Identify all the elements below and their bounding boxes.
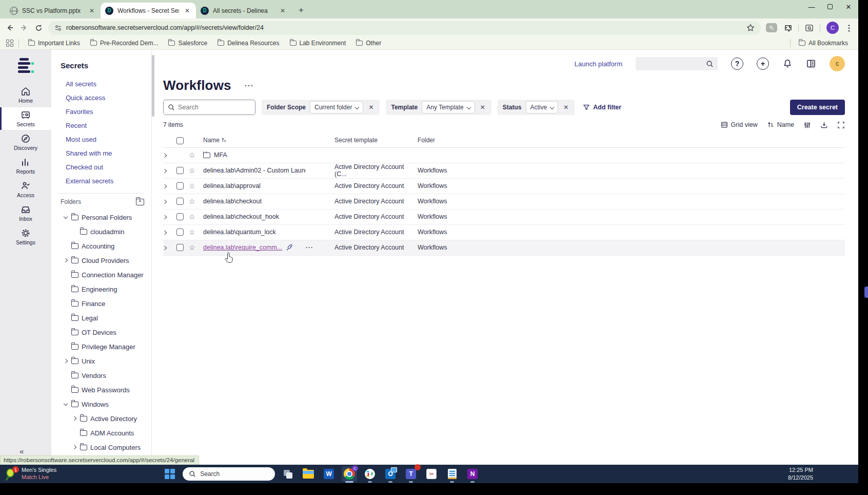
tab-ssc-vs-platform[interactable]: SSC vs Platform.pptx ✕ xyxy=(5,3,101,18)
delinea-logo-icon[interactable] xyxy=(17,58,34,74)
panel-link-all-secrets[interactable]: All secrets xyxy=(51,77,151,91)
global-search-box[interactable] xyxy=(636,57,718,70)
sort-ascending-icon[interactable] xyxy=(221,137,227,143)
sidebar-item-settings[interactable]: Settings xyxy=(0,225,51,248)
tab-all-secrets-delinea[interactable]: D All secrets - Delinea ✕ xyxy=(196,3,291,18)
expand-row-icon[interactable] xyxy=(163,169,166,173)
panel-link-favorites[interactable]: Favorites xyxy=(51,105,151,119)
tab-close-icon[interactable]: ✕ xyxy=(183,7,191,14)
row-checkbox[interactable] xyxy=(176,229,184,236)
expand-row-icon[interactable] xyxy=(163,216,166,219)
window-minimize-button[interactable]: — xyxy=(808,3,815,11)
template-select[interactable]: Any Template xyxy=(422,101,475,113)
all-bookmarks-button[interactable]: All Bookmarks xyxy=(795,39,852,48)
tab-search-panel-icon[interactable] xyxy=(805,24,814,32)
add-icon[interactable]: + xyxy=(757,58,769,70)
chevron-right-icon[interactable] xyxy=(64,259,67,262)
apps-grid-icon[interactable] xyxy=(6,40,13,47)
table-row-checkout-hook[interactable]: delinea.lab\checkout_hook Active Directo… xyxy=(163,209,845,224)
row-name[interactable]: delinea.lab\checkout_hook xyxy=(203,213,279,220)
panel-scrollbar[interactable] xyxy=(152,55,154,117)
chrome-button[interactable]: C xyxy=(342,466,357,482)
grid-view-button[interactable]: Grid view xyxy=(721,121,758,128)
column-settings-icon[interactable] xyxy=(803,121,811,129)
table-search-input[interactable] xyxy=(163,100,255,115)
back-button[interactable] xyxy=(5,23,14,32)
bookmark-folder[interactable]: Salesforce xyxy=(164,39,211,48)
window-close-button[interactable]: ✕ xyxy=(845,3,852,11)
reload-button[interactable] xyxy=(34,23,43,32)
bookmark-folder[interactable]: Pre-Recorded Dem... xyxy=(86,39,162,48)
chevron-right-icon[interactable] xyxy=(73,417,76,420)
tree-item-cloud-providers[interactable]: Cloud Providers xyxy=(51,253,151,268)
bookmark-folder[interactable]: Other xyxy=(352,39,385,48)
expand-row-icon[interactable] xyxy=(163,185,166,188)
page-overflow-menu-icon[interactable]: ··· xyxy=(245,81,254,90)
panel-link-recent[interactable]: Recent xyxy=(51,119,151,132)
favorite-star-icon[interactable] xyxy=(189,197,195,205)
fullscreen-icon[interactable] xyxy=(837,121,845,129)
new-tab-button[interactable]: + xyxy=(295,5,307,15)
column-header-folder[interactable]: Folder xyxy=(418,133,845,147)
favorite-star-icon[interactable] xyxy=(189,243,195,252)
user-avatar[interactable]: c xyxy=(830,56,845,71)
collapse-sidebar-icon[interactable]: « xyxy=(19,447,23,455)
expand-row-icon[interactable] xyxy=(163,200,166,203)
onenote-button[interactable]: N xyxy=(465,466,480,482)
row-checkbox[interactable] xyxy=(176,213,184,220)
tree-item-connection-manager[interactable]: Connection Manager xyxy=(51,268,151,282)
remove-filter-icon[interactable]: ✕ xyxy=(562,104,569,111)
bookmark-folder[interactable]: Important Links xyxy=(24,39,84,48)
taskbar-search[interactable]: Search xyxy=(183,467,275,481)
floating-widget-sliver[interactable] xyxy=(864,287,868,298)
column-header-name[interactable]: Name xyxy=(203,137,220,144)
taskbar-clock[interactable]: 12:25 PM 8/12/2025 xyxy=(788,466,858,482)
create-secret-button[interactable]: Create secret xyxy=(790,100,845,115)
favorite-star-icon[interactable] xyxy=(189,228,195,236)
tree-item-windows[interactable]: Windows xyxy=(51,397,151,411)
file-explorer-button[interactable] xyxy=(301,466,316,482)
bookmark-star-icon[interactable] xyxy=(746,24,755,32)
password-manager-icon[interactable] xyxy=(766,23,777,32)
site-settings-icon[interactable] xyxy=(54,24,62,32)
notepad-button[interactable] xyxy=(444,466,460,482)
column-header-secret-template[interactable]: Secret template xyxy=(334,133,418,147)
favorite-star-icon[interactable] xyxy=(189,213,195,221)
chevron-down-icon[interactable] xyxy=(64,404,67,405)
row-name[interactable]: delinea.lab\quantum_lock xyxy=(203,229,276,236)
row-checkbox[interactable] xyxy=(176,167,184,174)
table-row-mfa[interactable]: MFA xyxy=(163,147,845,163)
favorite-star-icon[interactable] xyxy=(189,166,195,175)
tree-item-personal-folders[interactable]: Personal Folders xyxy=(51,210,151,224)
tree-item-active-directory[interactable]: Active Directory xyxy=(51,411,151,426)
remove-filter-icon[interactable]: ✕ xyxy=(479,104,486,111)
select-all-checkbox[interactable] xyxy=(176,137,184,144)
sidebar-item-home[interactable]: Home xyxy=(0,84,51,106)
expand-row-icon[interactable] xyxy=(163,154,166,157)
tree-item-privilege-manager[interactable]: Privilege Manager xyxy=(51,339,151,354)
tree-item-adm-accounts[interactable]: ADM Accounts xyxy=(51,426,151,440)
chevron-right-icon[interactable] xyxy=(73,446,76,449)
teams-button[interactable]: T xyxy=(403,466,419,482)
row-name[interactable]: delinea.lab\checkout xyxy=(203,198,262,205)
tree-item-finance[interactable]: Finance xyxy=(51,296,151,311)
chevron-right-icon[interactable] xyxy=(64,359,67,363)
tree-item-cloudadmin[interactable]: cloudadmin xyxy=(51,224,151,239)
url-text[interactable]: robersonsoftware.secretservercloud.com/a… xyxy=(66,24,742,31)
sidebar-item-reports[interactable]: Reports xyxy=(0,155,51,177)
remove-filter-icon[interactable]: ✕ xyxy=(367,104,374,111)
table-row-quantum-lock[interactable]: delinea.lab\quantum_lock Active Director… xyxy=(163,224,845,240)
tab-close-icon[interactable]: ✕ xyxy=(279,7,287,14)
slack-button[interactable] xyxy=(362,466,378,482)
browser-menu-icon[interactable]: ⋮ xyxy=(845,23,853,33)
expand-row-icon[interactable] xyxy=(163,231,166,234)
tree-item-ot-devices[interactable]: OT Devices xyxy=(51,325,151,339)
favorite-star-icon[interactable] xyxy=(189,151,195,159)
panel-link-most-used[interactable]: Most used xyxy=(51,132,151,146)
chevron-down-icon[interactable] xyxy=(64,217,67,218)
add-folder-icon[interactable] xyxy=(136,199,144,205)
panel-link-quick-access[interactable]: Quick access xyxy=(51,91,151,105)
word-button[interactable]: W xyxy=(321,466,337,482)
window-maximize-button[interactable] xyxy=(826,3,834,11)
tree-item-local-computers[interactable]: Local Computers xyxy=(51,440,151,454)
